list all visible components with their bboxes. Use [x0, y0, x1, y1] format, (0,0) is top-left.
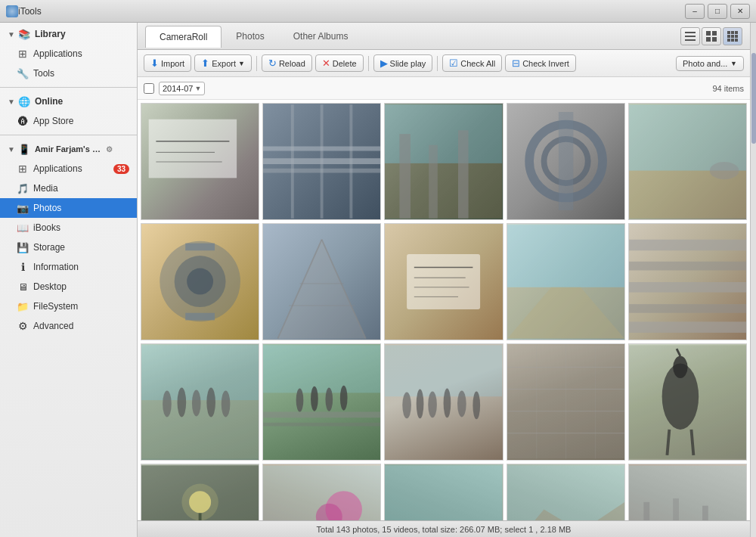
photo-cell-19[interactable] — [507, 464, 625, 520]
slideplay-icon: ▶ — [380, 57, 388, 69]
view-list-button[interactable] — [680, 27, 700, 45]
checkinvert-button[interactable]: ⊟ Check Invert — [505, 54, 576, 72]
storage-icon — [17, 241, 29, 253]
import-icon: ⬇ — [150, 57, 159, 69]
tab-other-albums[interactable]: Other Albums — [279, 25, 363, 47]
sidebar-item-advanced[interactable]: Advanced — [0, 316, 137, 336]
svg-rect-107 — [507, 465, 624, 520]
photo-row-1 — [141, 223, 747, 340]
svg-rect-41 — [185, 313, 215, 321]
right-scrollbar[interactable] — [750, 23, 756, 537]
sidebar-item-information[interactable]: Information — [0, 257, 137, 277]
svg-rect-56 — [629, 262, 746, 271]
slideplay-button[interactable]: ▶ Slide play — [373, 54, 433, 72]
photo-filter-dropdown[interactable]: Photo and... ▼ — [676, 56, 744, 71]
online-arrow-icon: ▼ — [8, 98, 15, 106]
photo-cell-10[interactable] — [628, 223, 747, 340]
checkall-button[interactable]: ☑ Check All — [442, 54, 502, 72]
svg-point-39 — [187, 268, 213, 295]
photo-cell-5[interactable] — [628, 103, 747, 220]
svg-rect-4 — [712, 31, 717, 36]
library-header[interactable]: ▼ Library — [0, 24, 137, 44]
close-button[interactable]: ✕ — [730, 4, 750, 19]
photo-cell-4[interactable] — [507, 103, 625, 220]
online-header[interactable]: ▼ Online — [0, 92, 137, 111]
sidebar-item-media[interactable]: Media — [0, 178, 137, 198]
minimize-button[interactable]: – — [685, 4, 705, 19]
media-label: Media — [33, 183, 58, 194]
main-container: ▼ Library Applications Tools ▼ Online — [0, 23, 756, 537]
svg-rect-2 — [685, 39, 696, 41]
photo-cell-15[interactable] — [628, 343, 747, 461]
reload-button[interactable]: ↻ Reload — [262, 54, 312, 72]
scrollbar-thumb[interactable] — [751, 53, 756, 144]
library-apps-label: Applications — [33, 48, 82, 59]
photo-cell-13[interactable] — [384, 343, 503, 461]
photo-cell-3[interactable] — [384, 103, 503, 220]
date-filter-wrapper[interactable]: 2014-07 ▼ — [159, 82, 205, 95]
select-all-checkbox[interactable] — [144, 83, 154, 94]
photo-cell-7[interactable] — [262, 223, 381, 340]
photo-cell-16[interactable] — [141, 464, 259, 520]
svg-rect-57 — [629, 282, 746, 293]
sidebar-item-library-apps[interactable]: Applications — [0, 44, 137, 64]
svg-marker-42 — [278, 240, 366, 339]
device-header[interactable]: ▼ Amir Farjam's iPh... ⚙ — [0, 139, 137, 159]
svg-rect-0 — [685, 32, 696, 33]
svg-rect-5 — [706, 37, 711, 42]
view-large-grid-button[interactable] — [723, 27, 742, 45]
sidebar-item-ibooks[interactable]: iBooks — [0, 218, 137, 237]
sidebar-item-storage[interactable]: Storage — [0, 237, 137, 257]
tab-photos[interactable]: Photos — [222, 25, 278, 47]
svg-point-79 — [457, 390, 466, 417]
desktop-icon — [17, 281, 29, 293]
delete-button[interactable]: ✕ Delete — [315, 54, 364, 72]
info-label: Information — [33, 262, 79, 272]
sidebar-item-tools[interactable]: Tools — [0, 64, 137, 83]
photo-cell-17[interactable] — [262, 464, 381, 520]
device-apps-label: Applications — [33, 163, 82, 174]
svg-point-80 — [473, 391, 481, 419]
photo-cell-8[interactable] — [384, 223, 503, 340]
photo-cell-1[interactable] — [141, 103, 259, 220]
photo-row-0 — [141, 103, 747, 220]
svg-rect-60 — [141, 345, 259, 400]
advanced-icon — [17, 320, 29, 332]
export-icon: ⬆ — [201, 57, 209, 69]
device-config-icon[interactable]: ⚙ — [106, 145, 113, 154]
maximize-button[interactable]: □ — [708, 4, 727, 19]
photo-cell-6[interactable] — [141, 223, 259, 340]
photo-cell-11[interactable] — [141, 343, 259, 461]
library-arrow-icon: ▼ — [8, 30, 15, 39]
medium-grid-icon — [706, 31, 717, 42]
photo-cell-14[interactable] — [507, 343, 625, 461]
svg-rect-11 — [731, 35, 734, 38]
tab-cameraroll[interactable]: CameraRoll — [145, 26, 222, 48]
view-medium-grid-button[interactable] — [702, 27, 721, 45]
photo-cell-18[interactable] — [384, 464, 503, 520]
svg-rect-67 — [263, 345, 380, 393]
export-button[interactable]: ⬆ Export ▼ — [194, 54, 252, 72]
svg-rect-112 — [643, 502, 649, 520]
import-button[interactable]: ⬇ Import — [144, 54, 191, 72]
svg-rect-58 — [629, 304, 746, 313]
date-filter-value: 2014-07 — [163, 84, 193, 93]
filesystem-label: FileSystem — [33, 301, 78, 312]
svg-rect-47 — [407, 254, 481, 309]
sidebar-item-device-apps[interactable]: Applications 33 — [0, 159, 137, 178]
sidebar-item-appstore[interactable]: App Store — [0, 111, 137, 131]
svg-rect-16 — [149, 120, 237, 178]
library-icon — [18, 28, 30, 40]
toolbar: ⬇ Import ⬆ Export ▼ ↻ Reload ✕ Delete ▶ … — [138, 50, 750, 77]
sidebar-item-desktop[interactable]: Desktop — [0, 277, 137, 296]
photo-row-2 — [141, 343, 747, 461]
photo-cell-2[interactable] — [262, 103, 381, 220]
photo-cell-12[interactable] — [262, 343, 381, 461]
photo-cell-20[interactable] — [628, 464, 747, 520]
sidebar-item-photos[interactable]: Photos — [0, 198, 137, 218]
svg-rect-29 — [429, 145, 438, 219]
svg-rect-114 — [702, 506, 708, 520]
sidebar-item-filesystem[interactable]: FileSystem — [0, 296, 137, 316]
online-label: Online — [35, 96, 63, 107]
photo-cell-9[interactable] — [507, 223, 625, 340]
